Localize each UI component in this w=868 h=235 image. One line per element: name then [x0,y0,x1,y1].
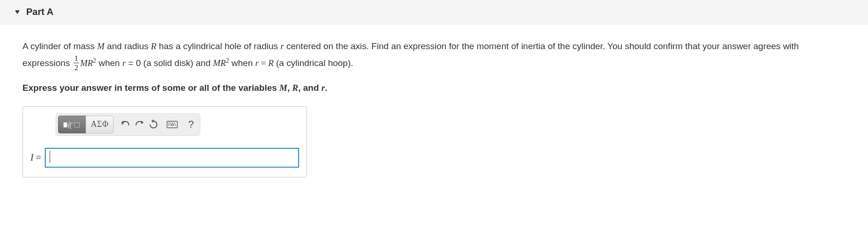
templates-button[interactable]: x [58,116,86,133]
question-content: A cylinder of mass M and radius R has a … [0,25,868,191]
greek-label: ΑΣΦ [91,119,109,129]
answer-lhs: I = [30,152,41,163]
svg-rect-8 [168,123,169,124]
question-prompt: A cylinder of mass M and radius R has a … [22,38,846,73]
svg-marker-5 [141,120,144,124]
redo-button[interactable] [132,116,146,133]
part-header[interactable]: Part A [0,0,868,25]
reset-button[interactable] [146,116,160,133]
exponent: 2 [226,57,229,64]
instr-text: Express your answer in terms of some or … [22,83,279,93]
prompt-text: = [259,58,268,68]
var-m: M [213,58,220,68]
collapse-icon [14,9,21,15]
answer-instructions: Express your answer in terms of some or … [22,83,846,93]
fraction-half: 12 [73,54,80,72]
answer-input[interactable] [45,148,299,168]
var-m: M [97,41,104,51]
var-m: M [279,83,287,93]
prompt-text: (a cylindrical hoop). [274,58,353,68]
svg-rect-13 [170,125,174,125]
equation-toolbar: x ΑΣΦ [56,113,200,136]
svg-rect-9 [170,123,171,124]
prompt-text: when [96,58,122,68]
help-button[interactable]: ? [184,116,198,133]
var-r-lower: r [255,58,259,68]
prompt-text: when [229,58,255,68]
prompt-text: has a cylindrical hole of radius [156,41,280,51]
svg-rect-1 [64,122,67,127]
instr-text: , [287,83,292,93]
svg-text:x: x [68,120,70,125]
svg-marker-0 [15,10,20,14]
instr-text: . [325,83,327,93]
greek-symbols-button[interactable]: ΑΣΦ [86,116,114,133]
answer-box: x ΑΣΦ [22,106,307,177]
var-r-upper: R [151,41,157,51]
frac-den: 2 [73,63,80,72]
frac-num: 1 [73,54,80,63]
svg-marker-6 [152,119,154,123]
svg-rect-12 [168,125,169,125]
help-label: ? [188,118,194,131]
undo-button[interactable] [118,116,132,133]
part-title: Part A [26,7,53,17]
var-m: M [80,58,88,68]
var-r-upper: R [220,58,226,68]
svg-rect-11 [174,123,175,124]
lhs-var: I [30,152,34,162]
var-r-upper: R [292,83,299,93]
var-r-upper: R [88,58,93,68]
var-r-upper: R [268,58,274,68]
prompt-text: = 0 (a solid disk) and [126,58,213,68]
text-cursor [50,151,50,163]
prompt-text: and radius [104,41,151,51]
instr-text: , and [298,83,321,93]
prompt-text: A cylinder of mass [22,41,97,51]
svg-rect-3 [74,122,80,127]
var-r-lower: r [280,41,284,51]
svg-rect-10 [172,123,173,124]
answer-input-row: I = [30,148,299,168]
svg-rect-14 [175,125,176,125]
lhs-eq: = [34,152,41,162]
var-r-lower: r [122,58,125,68]
keyboard-button[interactable] [165,116,179,133]
